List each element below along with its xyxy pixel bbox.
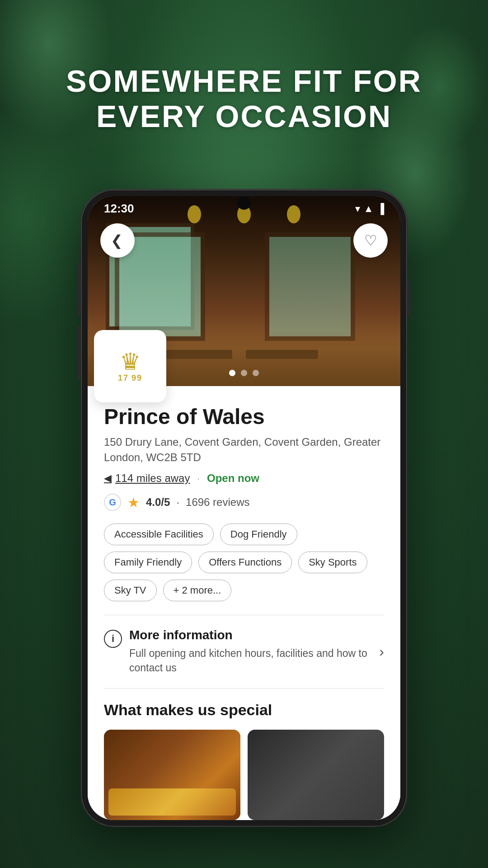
logo-years: 17 99 [118,373,142,383]
google-logo: G [104,494,121,511]
beer-image [108,788,236,816]
dot-2[interactable] [241,370,247,376]
heart-icon: ♡ [364,232,377,249]
chevron-right-icon: › [379,643,384,660]
back-button[interactable]: ❮ [100,223,135,258]
divider-2 [104,688,384,689]
content-area: Prince of Wales 150 Drury Lane, Covent G… [88,386,400,820]
logo-year-left: 17 [118,373,129,383]
more-info-title: More information [129,628,379,642]
venue-logo-card: ♛ 17 99 [94,330,166,402]
distance-text: ◀ 114 miles away [104,472,190,485]
special-section-title: What makes us special [104,701,384,719]
location-icon: ◀ [104,472,112,484]
tag-family[interactable]: Family Friendly [104,552,192,573]
rating-row: G ★ 4.0/5 · 1696 reviews [104,494,384,511]
window-right [265,232,355,341]
rating-value: 4.0/5 [146,496,170,509]
star-icon: ★ [127,495,140,510]
distance-value: 114 miles away [115,472,190,485]
tags-container: Accessible Facilities Dog Friendly Famil… [104,524,384,601]
tag-more[interactable]: + 2 more... [163,580,232,601]
tag-dog[interactable]: Dog Friendly [220,524,297,545]
heart-button[interactable]: ♡ [353,223,388,258]
tag-functions[interactable]: Offers Functions [198,552,292,573]
phone-wrapper: 12:30 ▾ ▲ ▐ [81,190,407,826]
more-info-text: More information Full opening and kitche… [129,628,379,675]
special-image-2 [248,730,384,820]
dot-1[interactable] [229,370,235,376]
logo-year-right: 99 [131,373,142,383]
dots-indicator [229,370,259,376]
separator-dot: · [197,473,200,484]
camera-notch [237,196,251,210]
google-g-letter: G [109,497,116,508]
special-image-2-bg [248,730,384,820]
pub-address: 150 Drury Lane, Covent Garden, Covent Ga… [104,434,384,465]
open-status: Open now [207,472,259,485]
special-images [104,730,384,820]
status-time: 12:30 [104,202,134,216]
wifi-icon: ▾ [355,203,360,215]
info-icon: i [104,630,122,648]
pub-distance-row: ◀ 114 miles away · Open now [104,472,384,485]
more-info-left: i More information Full opening and kitc… [104,628,379,675]
battery-icon: ▐ [377,203,384,215]
crown-icon: ♛ [120,350,141,373]
phone-screen: ❮ ♡ ♛ 17 99 [88,196,400,820]
tag-accessible[interactable]: Accessible Facilities [104,524,214,545]
more-info-section[interactable]: i More information Full opening and kitc… [104,628,384,675]
review-count: 1696 reviews [186,496,249,509]
divider-1 [104,615,384,615]
tag-sky-sports[interactable]: Sky Sports [298,552,367,573]
special-section: What makes us special [104,701,384,820]
review-separator: · [176,496,179,509]
phone-frame: 12:30 ▾ ▲ ▐ [81,190,407,826]
status-icons: ▾ ▲ ▐ [355,203,384,215]
table2 [246,350,318,359]
tag-sky-tv[interactable]: Sky TV [104,580,157,601]
page-heading: SOMEWHERE FIT FOR EVERY OCCASION [0,63,488,134]
pub-name: Prince of Wales [104,404,384,429]
signal-icon: ▲ [364,203,374,215]
dot-3[interactable] [253,370,259,376]
back-arrow-icon: ❮ [111,232,123,249]
more-info-description: Full opening and kitchen hours, faciliti… [129,646,379,675]
special-image-1 [104,730,240,820]
